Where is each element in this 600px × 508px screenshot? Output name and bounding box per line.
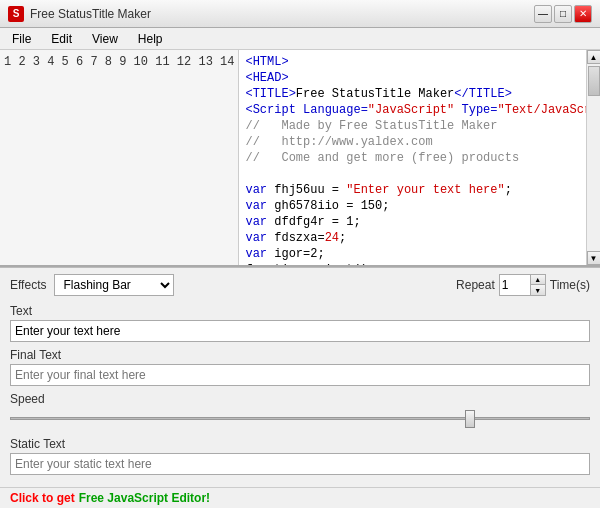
code-editor: 1 2 3 4 5 6 7 8 9 10 11 12 13 14 <HTML> …	[0, 50, 600, 267]
repeat-section: Repeat ▲ ▼ Time(s)	[456, 274, 590, 296]
line-numbers: 1 2 3 4 5 6 7 8 9 10 11 12 13 14	[0, 50, 239, 265]
final-text-label: Final Text	[10, 348, 590, 362]
code-content[interactable]: <HTML> <HEAD> <TITLE>Free StatusTitle Ma…	[239, 50, 586, 265]
static-text-label: Static Text	[10, 437, 590, 451]
spin-down-button[interactable]: ▼	[531, 285, 545, 295]
scroll-thumb[interactable]	[588, 66, 600, 96]
footer-bar: Click to get Free JavaScript Editor!	[0, 487, 600, 508]
menu-file[interactable]: File	[4, 30, 39, 48]
scroll-up-arrow[interactable]: ▲	[587, 50, 601, 64]
app-icon: S	[8, 6, 24, 22]
final-text-input[interactable]	[10, 364, 590, 386]
footer-click-text[interactable]: Click to get	[10, 491, 75, 505]
speed-slider-container	[10, 408, 590, 431]
menu-edit[interactable]: Edit	[43, 30, 80, 48]
speed-row: Speed	[10, 392, 590, 431]
vertical-scrollbar[interactable]: ▲ ▼	[586, 50, 600, 265]
text-input[interactable]	[10, 320, 590, 342]
speed-label: Speed	[10, 392, 590, 406]
spin-up-button[interactable]: ▲	[531, 275, 545, 285]
scroll-down-arrow[interactable]: ▼	[587, 251, 601, 265]
minimize-button[interactable]: —	[534, 5, 552, 23]
menu-view[interactable]: View	[84, 30, 126, 48]
times-label: Time(s)	[550, 278, 590, 292]
speed-slider[interactable]	[10, 410, 590, 426]
effects-repeat-row: Effects Flashing BarScrollingTypingBlink…	[10, 274, 590, 296]
footer-link[interactable]: Free JavaScript Editor!	[79, 491, 210, 505]
close-button[interactable]: ✕	[574, 5, 592, 23]
menu-bar: File Edit View Help	[0, 28, 600, 50]
effects-select[interactable]: Flashing BarScrollingTypingBlinking	[54, 274, 174, 296]
menu-help[interactable]: Help	[130, 30, 171, 48]
effects-label: Effects	[10, 278, 46, 292]
repeat-spinner[interactable]: ▲ ▼	[499, 274, 546, 296]
controls-panel: Effects Flashing BarScrollingTypingBlink…	[0, 267, 600, 487]
spinner-arrows: ▲ ▼	[530, 275, 545, 295]
title-bar: S Free StatusTitle Maker — □ ✕	[0, 0, 600, 28]
app-title: Free StatusTitle Maker	[30, 7, 151, 21]
window-controls: — □ ✕	[534, 5, 592, 23]
repeat-value-input[interactable]	[500, 275, 530, 295]
static-text-input[interactable]	[10, 453, 590, 475]
maximize-button[interactable]: □	[554, 5, 572, 23]
repeat-label: Repeat	[456, 278, 495, 292]
main-area: 1 2 3 4 5 6 7 8 9 10 11 12 13 14 <HTML> …	[0, 50, 600, 508]
text-label: Text	[10, 304, 590, 318]
